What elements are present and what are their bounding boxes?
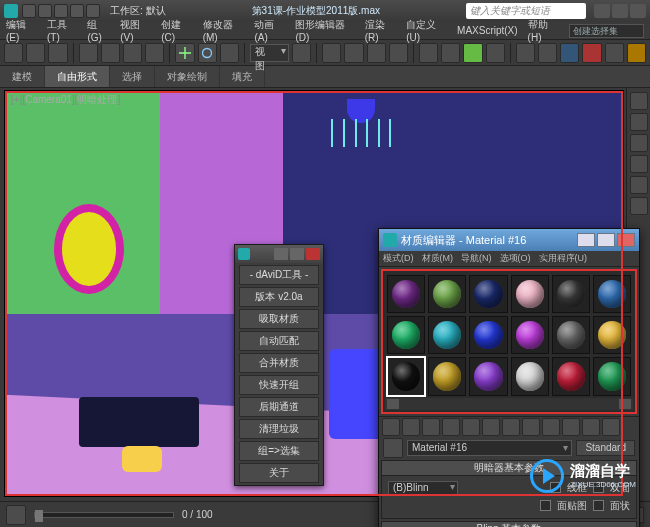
material-swatch[interactable] [469,316,507,354]
help-search-input[interactable]: 键入关键字或短语 [466,3,586,19]
select-by-name-icon[interactable] [123,43,142,63]
shader-dropdown[interactable]: (B)Blinn [388,481,458,495]
menu-customize[interactable]: 自定义(U) [406,18,447,43]
material-swatch[interactable] [552,275,590,313]
bind-spacewarp-icon[interactable] [48,43,67,63]
get-material-icon[interactable] [382,418,400,436]
scroll-left-icon[interactable] [387,399,399,409]
assign-to-selection-icon[interactable] [422,418,440,436]
material-editor-icon[interactable] [560,43,579,63]
material-swatch[interactable] [469,275,507,313]
viewport-label[interactable]: [+][Camera01][明暗处理] [11,93,120,107]
render-setup-icon[interactable] [582,43,601,63]
material-type-button[interactable]: Standard [576,440,635,456]
make-copy-icon[interactable] [462,418,480,436]
tab-selection[interactable]: 选择 [110,66,155,87]
mat-minimize-icon[interactable] [577,233,595,247]
david-post-channel-button[interactable]: 后期通道 [239,397,319,417]
david-auto-match-button[interactable]: 自动匹配 [239,331,319,351]
menu-tools[interactable]: 工具(T) [47,18,77,43]
show-in-viewport-icon[interactable] [542,418,560,436]
qat-redo-icon[interactable] [86,4,100,18]
cmd-display-icon[interactable] [630,176,648,194]
rotate-icon[interactable] [198,43,217,63]
david-close-icon[interactable] [306,248,320,260]
material-swatch[interactable] [552,357,590,395]
tab-modeling[interactable]: 建模 [0,66,45,87]
material-swatch[interactable] [511,357,549,395]
david-group-to-selset-button[interactable]: 组=>选集 [239,441,319,461]
cmd-create-icon[interactable] [630,92,648,110]
menu-grapheditors[interactable]: 图形编辑器(D) [295,18,354,43]
david-minimize-icon[interactable] [274,248,288,260]
unlink-icon[interactable] [26,43,45,63]
mat-menu-options[interactable]: 选项(O) [500,252,531,265]
menu-help[interactable]: 帮助(H) [528,18,559,43]
menu-group[interactable]: 组(G) [87,18,110,43]
snap-toggle-icon[interactable] [322,43,341,63]
mat-close-icon[interactable] [617,233,635,247]
mat-menu-utilities[interactable]: 实用程序(U) [539,252,588,265]
david-quick-ungroup-button[interactable]: 快速开组 [239,375,319,395]
pick-material-icon[interactable] [383,438,403,458]
qat-new-icon[interactable] [22,4,36,18]
qat-open-icon[interactable] [38,4,52,18]
mat-menu-modes[interactable]: 模式(D) [383,252,414,265]
show-end-result-icon[interactable] [562,418,580,436]
david-maximize-icon[interactable] [290,248,304,260]
david-cleanup-button[interactable]: 清理垃圾 [239,419,319,439]
cmd-motion-icon[interactable] [630,155,648,173]
select-region-icon[interactable] [145,43,164,63]
mat-menu-material[interactable]: 材质(M) [422,252,454,265]
close-icon[interactable] [630,4,646,18]
use-pivot-icon[interactable] [292,43,311,63]
menu-modifiers[interactable]: 修改器(M) [203,18,245,43]
material-swatch[interactable] [593,357,631,395]
cmd-modify-icon[interactable] [630,113,648,131]
qat-save-icon[interactable] [54,4,68,18]
menu-views[interactable]: 视图(V) [120,18,151,43]
put-to-scene-icon[interactable] [402,418,420,436]
faceted-checkbox[interactable] [593,500,604,511]
selection-filter-icon[interactable] [79,43,98,63]
material-swatch[interactable] [511,316,549,354]
maximize-icon[interactable] [612,4,628,18]
mat-maximize-icon[interactable] [597,233,615,247]
scale-icon[interactable] [220,43,239,63]
percent-snap-icon[interactable] [367,43,386,63]
material-editor-titlebar[interactable]: 材质编辑器 - Material #16 [379,229,639,251]
material-swatch[interactable] [469,357,507,395]
make-unique-icon[interactable] [482,418,500,436]
schematic-view-icon[interactable] [538,43,557,63]
material-swatch[interactable] [511,275,549,313]
workspace-label[interactable]: 工作区: 默认 [110,4,166,18]
menu-animation[interactable]: 动画(A) [254,18,285,43]
david-about-button[interactable]: 关于 [239,463,319,483]
material-swatch[interactable] [428,357,466,395]
material-swatch[interactable] [428,316,466,354]
swatch-scrollbar[interactable] [385,398,633,410]
layers-icon[interactable] [486,43,505,63]
move-icon[interactable] [175,43,194,63]
align-icon[interactable] [463,43,482,63]
go-parent-icon[interactable] [582,418,600,436]
tab-objectpaint[interactable]: 对象绘制 [155,66,220,87]
material-swatch[interactable] [387,357,425,395]
material-swatch[interactable] [593,316,631,354]
curve-editor-icon[interactable] [516,43,535,63]
selection-set-field[interactable]: 创建选择集 [569,24,644,38]
go-sibling-icon[interactable] [602,418,620,436]
material-swatch[interactable] [552,316,590,354]
cmd-hierarchy-icon[interactable] [630,134,648,152]
tab-freeform[interactable]: 自由形式 [45,66,110,87]
render-frame-icon[interactable] [605,43,624,63]
qat-undo-icon[interactable] [70,4,84,18]
named-selection-icon[interactable] [419,43,438,63]
material-name-field[interactable]: Material #16 [407,440,572,456]
menu-maxscript[interactable]: MAXScript(X) [457,25,518,36]
facemap-checkbox[interactable] [540,500,551,511]
menu-rendering[interactable]: 渲染(R) [365,18,396,43]
select-link-icon[interactable] [4,43,23,63]
cmd-utilities-icon[interactable] [630,197,648,215]
material-swatch[interactable] [387,275,425,313]
